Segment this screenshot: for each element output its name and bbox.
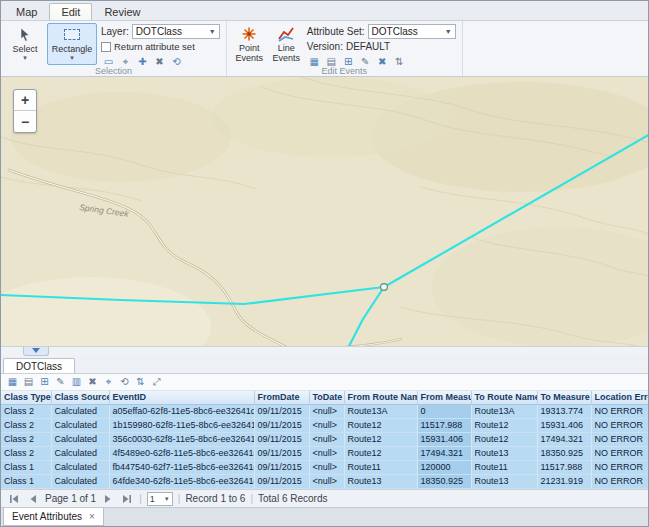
map-zoom-control: + − — [13, 89, 37, 133]
table-cell: <null> — [309, 475, 344, 489]
column-header[interactable]: To Measure — [537, 391, 591, 405]
column-header[interactable]: FromDate — [254, 391, 309, 405]
chevron-down-icon: ▾ — [23, 54, 27, 62]
column-header[interactable]: From Measure — [417, 391, 471, 405]
table-cell: <null> — [309, 433, 344, 447]
separator: | — [250, 493, 253, 504]
tab-map[interactable]: Map — [4, 3, 49, 20]
table-cell: Class 2 — [1, 419, 51, 433]
event-attributes-table: Class TypeClass SourceEventIDFromDateToD… — [1, 391, 649, 490]
next-page-button[interactable] — [101, 492, 115, 505]
table-row[interactable]: Class 2Calculateda05effa0-62f8-11e5-8bc6… — [1, 405, 649, 419]
point-events-button[interactable]: Point Events — [233, 23, 266, 65]
event-attributes-tab[interactable]: Event Attributes × — [3, 508, 104, 526]
table-cell: 18350.925 — [537, 447, 591, 461]
event-attributes-tab-label: Event Attributes — [12, 511, 82, 522]
table-row[interactable]: Class 2Calculated4f5489e0-62f8-11e5-8bc6… — [1, 447, 649, 461]
ribbon-tabbar: Map Edit Review — [1, 1, 648, 20]
event-table-header-row: Class TypeClass SourceEventIDFromDateToD… — [1, 391, 649, 405]
chevron-down-icon: ▼ — [445, 28, 452, 35]
page-number-select[interactable]: 1 ▼ — [147, 492, 173, 506]
first-page-button[interactable] — [7, 492, 21, 505]
delete-record-icon[interactable]: ✖ — [85, 374, 100, 389]
line-events-button[interactable]: Line Events — [270, 23, 303, 65]
table-cell: 09/11/2015 — [254, 447, 309, 461]
table-cell: 120000 — [417, 461, 471, 475]
previous-page-button[interactable] — [26, 492, 40, 505]
total-records-label: Total 6 Records — [258, 493, 327, 504]
column-header[interactable]: Location Error — [591, 391, 649, 405]
tab-dotclass[interactable]: DOTClass — [3, 358, 75, 373]
column-header[interactable]: ToDate — [309, 391, 344, 405]
version-value: DEFAULT — [346, 41, 390, 52]
edit-record-icon[interactable]: ✎ — [53, 374, 68, 389]
record-range-label: Record 1 to 6 — [185, 493, 245, 504]
chevron-down-icon — [32, 348, 40, 353]
zoom-in-button[interactable]: + — [14, 90, 36, 111]
refresh-table-icon[interactable]: ⟲ — [117, 374, 132, 389]
tab-edit[interactable]: Edit — [49, 3, 92, 20]
panel-divider — [1, 346, 648, 356]
rectangle-tool-button[interactable]: Rectangle ▾ — [47, 23, 97, 65]
route-vertex-marker[interactable] — [381, 284, 388, 291]
map-canvas[interactable]: Spring Creek + − — [1, 77, 648, 346]
table-cell: 17494.321 — [417, 447, 471, 461]
column-header[interactable]: To Route Name — [471, 391, 537, 405]
line-events-label: Line Events — [272, 43, 301, 63]
column-header[interactable]: Class Source — [51, 391, 109, 405]
zoom-out-button[interactable]: − — [14, 111, 36, 132]
ribbon-filler — [463, 21, 648, 76]
table-cell: fb447540-62f7-11e5-8bc6-ee32641d5ec9 — [109, 461, 254, 475]
table-cell: <null> — [309, 461, 344, 475]
table-pagination: Page 1 of 1 | 1 ▼ | Record 1 to 6 | Tota… — [1, 489, 648, 507]
table-cell: Route12 — [471, 433, 537, 447]
point-events-label: Point Events — [235, 43, 264, 63]
collapse-panel-button[interactable] — [23, 347, 49, 356]
panel-tabbar: DOTClass — [1, 356, 648, 374]
attribute-set-value: DOTClass — [372, 26, 418, 37]
table-cell: <null> — [309, 419, 344, 433]
table-cell: 356c0030-62f8-11e5-8bc6-ee32641d5ec9 — [109, 433, 254, 447]
layer-select[interactable]: DOTClass ▼ — [132, 24, 220, 39]
table-cell: Route11 — [344, 461, 417, 475]
table-cell: Calculated — [51, 475, 109, 489]
column-header[interactable]: EventID — [109, 391, 254, 405]
table-cell: 15931.406 — [537, 419, 591, 433]
table-cell: Calculated — [51, 405, 109, 419]
return-attribute-set-checkbox[interactable] — [101, 42, 111, 52]
show-all-records-icon[interactable]: ▦ — [5, 374, 20, 389]
table-cell: 4f5489e0-62f8-11e5-8bc6-ee32641d5ec9 — [109, 447, 254, 461]
table-cell: NO ERROR — [591, 433, 649, 447]
table-cell: Class 2 — [1, 433, 51, 447]
layer-select-value: DOTClass — [136, 26, 182, 37]
table-cell: Class 2 — [1, 405, 51, 419]
table-cell: Calculated — [51, 447, 109, 461]
table-row[interactable]: Class 2Calculated1b159980-62f8-11e5-8bc6… — [1, 419, 649, 433]
add-record-icon[interactable]: ⊞ — [37, 374, 52, 389]
save-edits-icon[interactable]: ▥ — [69, 374, 84, 389]
last-page-button[interactable] — [120, 492, 134, 505]
version-label: Version: — [307, 41, 343, 52]
table-cell: Route12 — [344, 433, 417, 447]
show-selected-records-icon[interactable]: ▤ — [21, 374, 36, 389]
table-cell: 09/11/2015 — [254, 475, 309, 489]
table-cell: a05effa0-62f8-11e5-8bc6-ee32641d5ec9 — [109, 405, 254, 419]
table-cell: 09/11/2015 — [254, 433, 309, 447]
table-row[interactable]: Class 1Calculatedfb447540-62f7-11e5-8bc6… — [1, 461, 649, 475]
column-header[interactable]: Class Type — [1, 391, 51, 405]
zoom-to-selected-icon[interactable]: ⌖ — [101, 374, 116, 389]
sort-records-icon[interactable]: ⇅ — [133, 374, 148, 389]
close-icon[interactable]: × — [89, 511, 95, 522]
table-cell: Calculated — [51, 419, 109, 433]
table-cell: Route11 — [471, 461, 537, 475]
table-row[interactable]: Class 1Calculated64fde340-62f8-11e5-8bc6… — [1, 475, 649, 489]
rectangle-tool-label: Rectangle — [52, 44, 93, 54]
fit-columns-icon[interactable]: ⤢ — [149, 374, 164, 389]
select-tool-button[interactable]: Select ▾ — [7, 23, 43, 65]
column-header[interactable]: From Route Name — [344, 391, 417, 405]
attribute-set-select[interactable]: DOTClass ▼ — [368, 24, 456, 39]
table-cell: 64fde340-62f8-11e5-8bc6-ee32641d5ec9 — [109, 475, 254, 489]
table-row[interactable]: Class 2Calculated356c0030-62f8-11e5-8bc6… — [1, 433, 649, 447]
chevron-down-icon: ▼ — [209, 28, 216, 35]
tab-review[interactable]: Review — [92, 3, 152, 20]
